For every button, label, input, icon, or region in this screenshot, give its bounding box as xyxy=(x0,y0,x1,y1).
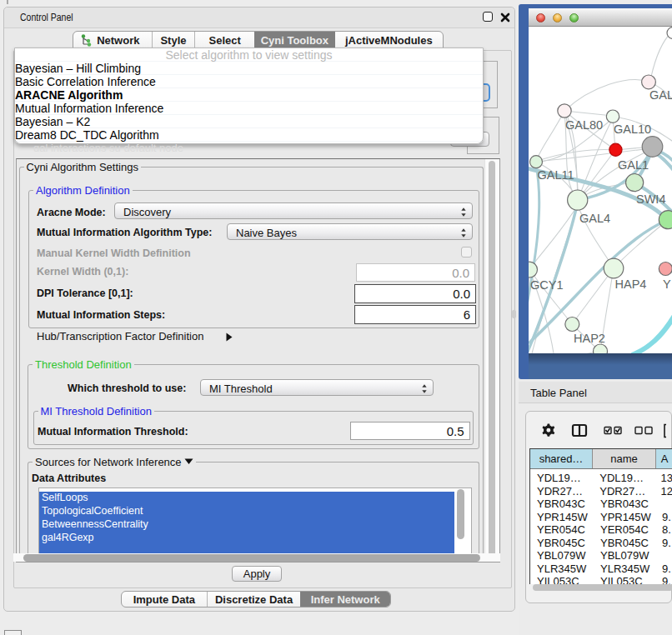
svg-text:Y: Y xyxy=(663,278,671,291)
svg-text:GAL10: GAL10 xyxy=(614,122,651,136)
svg-text:HAP2: HAP2 xyxy=(574,332,605,345)
svg-text:GAL4: GAL4 xyxy=(579,212,610,225)
svg-text:GAL1: GAL1 xyxy=(618,158,649,172)
svg-text:GAL80: GAL80 xyxy=(565,118,603,132)
svg-text:HAP4: HAP4 xyxy=(615,278,647,291)
svg-text:GAL: GAL xyxy=(649,88,672,102)
svg-text:GCY1: GCY1 xyxy=(530,278,564,292)
svg-text:GAL11: GAL11 xyxy=(538,168,574,182)
svg-text:SWI4: SWI4 xyxy=(636,192,665,206)
